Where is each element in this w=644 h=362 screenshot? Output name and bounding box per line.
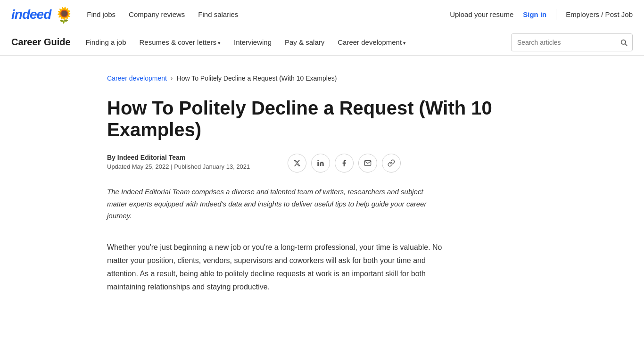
logo-area: indeed 🌻 xyxy=(11,6,72,23)
nav-divider xyxy=(556,9,556,20)
facebook-icon xyxy=(340,159,348,167)
employers-link[interactable]: Employers / Post Job xyxy=(566,10,633,18)
find-salaries-link[interactable]: Find salaries xyxy=(198,10,238,18)
top-nav-links: Find jobs Company reviews Find salaries xyxy=(87,10,238,18)
company-reviews-link[interactable]: Company reviews xyxy=(129,10,185,18)
search-box xyxy=(511,33,633,51)
link-icon xyxy=(388,159,395,167)
article-title: How To Politely Decline a Request (With … xyxy=(107,97,522,140)
interviewing-link[interactable]: Interviewing xyxy=(234,38,272,46)
breadcrumb-current: How To Politely Decline a Request (With … xyxy=(177,74,337,82)
twitter-icon xyxy=(293,159,301,167)
sunflower-icon: 🌻 xyxy=(55,6,72,23)
career-development-link[interactable]: Career development xyxy=(338,38,406,46)
svg-point-2 xyxy=(318,160,319,161)
search-button[interactable] xyxy=(615,33,632,51)
author-dates: Updated May 25, 2022 | Published January… xyxy=(107,163,250,170)
article-body-paragraph: Whether you're just beginning a new job … xyxy=(107,241,446,294)
upload-resume-link[interactable]: Upload your resume xyxy=(450,10,513,18)
social-icons xyxy=(288,154,401,173)
search-area xyxy=(511,33,633,51)
author-name: By Indeed Editorial Team xyxy=(107,154,250,161)
linkedin-icon xyxy=(317,159,324,167)
svg-line-1 xyxy=(625,44,627,46)
author-block: By Indeed Editorial Team Updated May 25,… xyxy=(107,154,250,170)
twitter-share-button[interactable] xyxy=(288,154,306,173)
breadcrumb-parent-link[interactable]: Career development xyxy=(107,74,167,82)
email-share-button[interactable] xyxy=(358,154,377,173)
breadcrumb: Career development › How To Politely Dec… xyxy=(107,74,537,82)
article-body: Whether you're just beginning a new job … xyxy=(107,241,446,294)
sign-in-link[interactable]: Sign in xyxy=(523,10,546,18)
resumes-cover-letters-link[interactable]: Resumes & cover letters xyxy=(140,38,221,46)
breadcrumb-separator: › xyxy=(171,74,173,82)
main-content: Career development › How To Politely Dec… xyxy=(96,56,548,313)
top-nav-right: Upload your resume Sign in Employers / P… xyxy=(450,9,633,20)
indeed-logo[interactable]: indeed xyxy=(11,7,51,22)
author-bio: The Indeed Editorial Team comprises a di… xyxy=(107,186,428,222)
career-guide-navigation: Career Guide Finding a job Resumes & cov… xyxy=(0,29,644,56)
career-nav-links: Finding a job Resumes & cover letters In… xyxy=(86,38,406,46)
search-icon xyxy=(620,39,627,46)
finding-a-job-link[interactable]: Finding a job xyxy=(86,38,126,46)
linkedin-share-button[interactable] xyxy=(311,154,330,173)
career-guide-title: Career Guide xyxy=(11,37,71,48)
pay-salary-link[interactable]: Pay & salary xyxy=(285,38,324,46)
facebook-share-button[interactable] xyxy=(335,154,354,173)
find-jobs-link[interactable]: Find jobs xyxy=(87,10,116,18)
search-input[interactable] xyxy=(512,39,615,46)
top-navigation: indeed 🌻 Find jobs Company reviews Find … xyxy=(0,0,644,29)
copy-link-button[interactable] xyxy=(382,154,401,173)
email-icon xyxy=(364,159,372,167)
author-meta: By Indeed Editorial Team Updated May 25,… xyxy=(107,154,537,173)
